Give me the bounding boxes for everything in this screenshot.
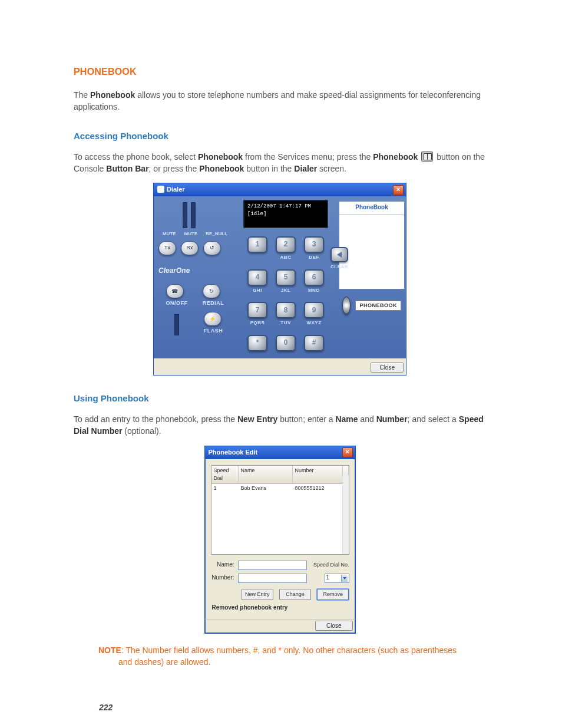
onoff-button[interactable]: ☎ — [166, 284, 184, 298]
text: button; enter a — [277, 414, 335, 424]
phonebook-icon — [421, 151, 433, 162]
text-bold: Button Bar — [106, 164, 148, 173]
lcd-line: [idle] — [247, 210, 324, 218]
label-flash: FLASH — [204, 327, 223, 335]
re-null-button[interactable]: ↺ — [203, 241, 221, 255]
change-button[interactable]: Change — [279, 589, 311, 600]
dialer-statusbar: Close — [154, 358, 406, 375]
key-5[interactable]: 5 — [276, 269, 296, 286]
app-icon — [157, 186, 164, 193]
new-entry-button[interactable]: New Entry — [242, 589, 273, 600]
redial-button[interactable]: ↻ — [203, 284, 220, 298]
key-hash[interactable]: # — [304, 335, 324, 351]
pbe-titlebar: Phonebook Edit × — [205, 446, 355, 459]
text: To access the phone book, select — [74, 152, 198, 162]
text: (optional). — [122, 426, 161, 436]
col-name[interactable]: Name — [239, 466, 293, 483]
key-label: MNO — [303, 287, 325, 294]
text-bold: Phonebook — [198, 152, 243, 162]
key-3[interactable]: 3 — [304, 236, 324, 253]
subheading-accessing: Accessing Phonebook — [74, 130, 486, 143]
chevron-down-icon — [341, 575, 348, 582]
remove-button[interactable]: Remove — [317, 589, 349, 600]
back-arrow-icon — [337, 252, 342, 258]
label-number: Number: — [211, 574, 234, 582]
text-bold: New Entry — [237, 414, 277, 424]
key-1[interactable]: 1 — [247, 236, 267, 253]
key-0[interactable]: 0 — [276, 335, 296, 351]
key-2[interactable]: 2 — [276, 236, 296, 253]
key-label: WXYZ — [303, 319, 325, 327]
text: from the Services menu; press the — [243, 152, 373, 162]
pbe-statusbar: Close — [205, 619, 355, 633]
window-title: Phonebook Edit — [209, 448, 258, 457]
close-icon[interactable]: × — [342, 447, 353, 457]
flash-button[interactable]: ⚡ — [204, 312, 222, 326]
col-speed-dial[interactable]: Speed Dial — [211, 466, 239, 483]
cd-icon — [342, 297, 351, 314]
phonebook-button[interactable]: PHONEBOOK — [355, 301, 401, 311]
speed-dial-select[interactable]: 1 — [325, 574, 349, 583]
phonebook-edit-window: Phonebook Edit × Speed Dial Name Number … — [204, 446, 356, 634]
cell-number: 8005551212 — [293, 484, 343, 493]
keypad: 1 2ABC 3DEF 4GHI 5JKL 6MNO 7PQRS 8TUV 9W… — [236, 236, 335, 353]
key-label: PQRS — [246, 319, 269, 327]
page-number: 222 — [99, 701, 113, 713]
brand-logo: ClearOne — [158, 266, 232, 276]
number-input[interactable] — [238, 574, 307, 583]
text: allows you to store telephone numbers an… — [74, 90, 481, 111]
close-icon[interactable]: × — [393, 185, 404, 195]
cell-name: Bob Evans — [239, 484, 293, 493]
text: button in the — [244, 164, 294, 173]
label-clear: CLEAR — [330, 263, 348, 271]
phonebook-link[interactable]: PhoneBook — [339, 202, 404, 215]
note-label: NOTE — [98, 645, 121, 655]
text-bold: Phonebook — [90, 90, 135, 100]
text-bold: Dialer — [294, 164, 317, 173]
name-input[interactable] — [238, 561, 307, 570]
key-label: ABC — [275, 254, 297, 261]
col-number[interactable]: Number — [293, 466, 343, 483]
dialer-center-panel: 2/12/2007 1:47:17 PM [idle] 1 2ABC 3DEF … — [236, 196, 335, 358]
window-title: Dialer — [167, 186, 185, 193]
key-label: DEF — [303, 254, 325, 261]
key-7[interactable]: 7 — [247, 302, 267, 318]
text-bold: Phonebook — [199, 164, 244, 173]
text: The — [74, 90, 90, 100]
note-text: : The Number field allows numbers, #, an… — [121, 645, 457, 655]
speed-dial-value: 1 — [326, 574, 330, 582]
phonebook-table[interactable]: Speed Dial Name Number 1 Bob Evans 80055… — [211, 465, 349, 555]
key-8[interactable]: 8 — [276, 302, 296, 318]
key-6[interactable]: 6 — [304, 269, 324, 286]
table-row[interactable]: 1 Bob Evans 8005551212 — [211, 484, 349, 493]
cell-speed: 1 — [211, 484, 239, 493]
level-meter — [174, 314, 179, 335]
mute-tx-button[interactable]: Tx — [158, 241, 176, 255]
status-message: Removed phonebook entry — [212, 604, 349, 612]
label-mute: MUTE — [163, 230, 176, 238]
level-meter — [191, 202, 196, 228]
text-bold: Name — [335, 414, 358, 424]
text: ; and select a — [408, 414, 459, 424]
text-bold: Phonebook — [373, 152, 418, 162]
dialer-titlebar: Dialer × — [154, 183, 406, 196]
label-redial: REDIAL — [203, 299, 224, 307]
phonebook-panel: PhoneBook — [339, 201, 405, 289]
scrollbar[interactable] — [342, 475, 349, 554]
label-re-null: RE_NULL — [206, 230, 227, 238]
section-heading: PHONEBOOK — [74, 65, 486, 78]
key-star[interactable]: * — [247, 335, 267, 351]
intro-paragraph: The Phonebook allows you to store teleph… — [74, 89, 486, 113]
text: ; or press the — [149, 164, 200, 173]
key-9[interactable]: 9 — [304, 302, 324, 318]
pbe-close-button[interactable]: Close — [315, 621, 353, 631]
key-label: TUV — [275, 319, 297, 327]
dialer-close-button[interactable]: Close — [371, 363, 404, 373]
clear-button[interactable] — [330, 247, 348, 262]
using-paragraph: To add an entry to the phonebook, press … — [74, 413, 486, 437]
dialer-right-panel: PhoneBook PHONEBOOK — [335, 196, 406, 358]
label-name: Name: — [211, 561, 234, 569]
mute-rx-button[interactable]: Rx — [181, 241, 199, 255]
key-4[interactable]: 4 — [247, 269, 267, 286]
note-text: and dashes) are allowed. — [118, 656, 486, 668]
